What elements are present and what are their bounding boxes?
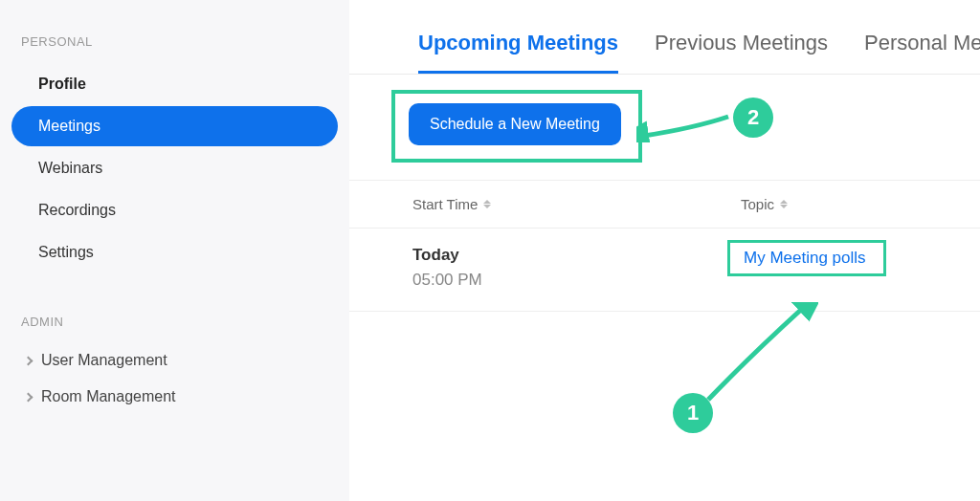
sidebar-item-settings[interactable]: Settings — [11, 232, 338, 272]
sidebar-header-personal: PERSONAL — [11, 27, 338, 62]
sidebar-nav: PERSONAL Profile Meetings Webinars Recor… — [0, 0, 349, 501]
annotation-arrow-icon — [703, 302, 818, 407]
topic-cell: My Meeting polls — [741, 246, 917, 290]
sidebar-item-webinars[interactable]: Webinars — [11, 148, 338, 188]
schedule-new-meeting-button[interactable]: Schedule a New Meeting — [409, 103, 621, 145]
sidebar-item-label: Webinars — [38, 160, 102, 177]
main-content: Upcoming Meetings Previous Meetings Pers… — [349, 0, 980, 501]
annotation-badge-2: 2 — [733, 98, 773, 138]
sidebar-item-label: Settings — [38, 244, 94, 261]
sidebar-item-label: Meetings — [38, 118, 100, 135]
start-time-cell: Today 05:00 PM — [412, 246, 741, 290]
sidebar-item-label: Profile — [38, 76, 86, 93]
chevron-right-icon — [24, 392, 33, 402]
column-header-label: Topic — [741, 196, 774, 212]
sidebar-item-room-management[interactable]: Room Management — [11, 379, 338, 415]
sidebar-item-label: Room Management — [41, 388, 176, 405]
sidebar-item-recordings[interactable]: Recordings — [11, 190, 338, 230]
sort-icon — [780, 200, 788, 208]
table-row: Today 05:00 PM My Meeting polls — [349, 229, 980, 312]
annotation-highlight-box: Schedule a New Meeting — [391, 90, 642, 163]
meeting-day: Today — [412, 246, 741, 265]
column-header-topic[interactable]: Topic — [741, 181, 917, 228]
tab-previous-meetings[interactable]: Previous Meetings — [655, 31, 828, 74]
sidebar-item-user-management[interactable]: User Management — [11, 342, 338, 379]
sidebar-item-profile[interactable]: Profile — [11, 64, 338, 104]
sidebar-header-admin: ADMIN — [11, 307, 338, 342]
tabs-bar: Upcoming Meetings Previous Meetings Pers… — [349, 0, 980, 75]
annotation-arrow-icon — [636, 99, 732, 142]
sidebar-item-label: User Management — [41, 352, 167, 369]
sidebar-item-label: Recordings — [38, 202, 116, 219]
meeting-time: 05:00 PM — [412, 271, 741, 290]
tab-upcoming-meetings[interactable]: Upcoming Meetings — [418, 31, 618, 74]
column-header-start-time[interactable]: Start Time — [412, 181, 741, 228]
meetings-table-header: Start Time Topic — [349, 181, 980, 229]
sidebar-item-meetings[interactable]: Meetings — [11, 106, 338, 146]
annotation-highlight-box: My Meeting polls — [727, 240, 886, 276]
tab-personal-meeting-room[interactable]: Personal Meeting Room — [864, 31, 980, 74]
column-header-label: Start Time — [412, 196, 478, 212]
chevron-right-icon — [24, 356, 33, 365]
sort-icon — [483, 200, 491, 208]
meeting-topic-link[interactable]: My Meeting polls — [744, 249, 866, 267]
